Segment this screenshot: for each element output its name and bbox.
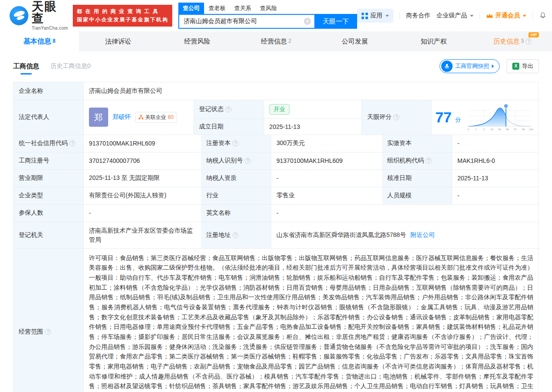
chevron-down-icon (523, 15, 526, 17)
industry-value: 零售业 (271, 187, 382, 204)
tab-history-info[interactable]: VIP 历史信息3 (473, 31, 552, 51)
legal-rep-link[interactable]: 郑硕怀 (112, 113, 131, 121)
nav-divider (480, 12, 480, 19)
tianyan-score-cell: 77 分 (431, 100, 538, 135)
establish-date-label: 成立日期 (194, 119, 264, 135)
search-tab-boss[interactable]: 查老板 (204, 3, 230, 14)
taxpayer-id-label: 纳税人识别号 (201, 152, 271, 169)
registered-address-label: 注册地址 (201, 222, 271, 248)
tab-operating-risk[interactable]: 经营风险 (158, 31, 237, 51)
legal-rep-cell: 郑 郑硕怀 关联企业 60 (83, 100, 194, 135)
english-name-label: 英文名称 (201, 205, 271, 222)
header-nav: 应用 商务合作 企业级产品 开通会员 超级风... (357, 9, 552, 23)
business-term-value: 2025-11-13 至 无固定期限 (83, 170, 201, 187)
export-button[interactable]: X 导出 (507, 59, 539, 73)
nav-open-vip[interactable]: 开通会员 (486, 12, 526, 20)
nav-apps[interactable]: 应用 (357, 9, 393, 23)
help-icon[interactable] (232, 140, 239, 146)
company-info-table: 企业名称 济南山姆会员超市有限公司 法定代表人 郑 郑硕怀 关联企业 60 登记… (13, 82, 539, 392)
taxpayer-qual-value: - (271, 170, 382, 187)
avatar[interactable]: 郑 (89, 108, 108, 127)
crown-icon (486, 13, 493, 19)
help-icon[interactable] (225, 106, 232, 112)
subtab-bar: 工商信息 历史工商信息0 工商官网快照 X 导出 (0, 51, 552, 79)
taxpayer-qual-label: 纳税人资质 (201, 170, 271, 187)
tab-intellectual-property[interactable]: 知识产权 (394, 31, 473, 51)
search-input[interactable] (184, 18, 304, 25)
svg-text:15: 15 (491, 128, 494, 131)
business-scope-label: 经营范围 (14, 249, 83, 392)
score-distribution-chart: 0 1 3 15 50 85 97 99 100 (464, 103, 535, 132)
help-icon[interactable] (45, 329, 51, 335)
search-area: 查公司 查老板 查关系 查风险 ✕ 天眼一下 (178, 3, 357, 29)
reg-status-label: 登记状态 (194, 100, 264, 118)
industry-label: 行业 (201, 187, 271, 204)
help-icon[interactable] (525, 38, 532, 44)
status-badge: 开业 (269, 104, 290, 115)
table-row: 经营范围 许可项目：食品销售；第三类医疗器械经营；食品互联网销售；出版物零售；出… (14, 248, 538, 392)
help-icon[interactable] (69, 140, 75, 146)
score-value: 77 (435, 110, 452, 125)
official-snapshot-button[interactable]: 工商官网快照 (440, 59, 500, 73)
notifications-bell[interactable] (539, 12, 547, 20)
reg-no-label: 工商注册号 (14, 152, 83, 169)
help-icon[interactable] (232, 232, 239, 238)
company-type-label: 企业类型 (14, 187, 83, 204)
subtab-business-registration[interactable]: 工商信息 (13, 62, 39, 71)
nav-enterprise[interactable]: 企业级产品 (436, 12, 474, 20)
reg-capital-value: 300万美元 (271, 135, 382, 152)
org-code-label: 组织机构代码 (382, 152, 452, 169)
approval-date-label: 核准日期 (382, 170, 452, 187)
search-tab-relation[interactable]: 查关系 (230, 3, 256, 14)
slogan-line2: 国家中小企业发展子基金旗下机构 (77, 16, 168, 24)
registration-authority-value: 济南高新技术产业开发区管委会市场监管局 (83, 222, 201, 248)
company-name-label: 企业名称 (14, 82, 83, 100)
chevron-down-icon (385, 15, 389, 17)
uscc-value: 91370100MAK1RHL609 (83, 135, 201, 152)
tab-basic-info[interactable]: 基本信息8 (0, 31, 79, 51)
insured-count-label: 参保人数 (14, 205, 83, 222)
reg-capital-label: 注册资本 (201, 135, 271, 152)
arrow-right-icon (492, 64, 494, 68)
apps-grid-icon (361, 13, 368, 19)
svg-text:50: 50 (498, 128, 501, 131)
nearby-companies-link[interactable]: 附近公司 (410, 231, 435, 239)
paid-capital-value: - (452, 135, 538, 152)
staff-size-label: 人员规模 (382, 187, 452, 204)
svg-text:85: 85 (506, 128, 509, 131)
table-row: 工商注册号 370127400007706 纳税人识别号 91370100MAK… (14, 152, 538, 169)
company-name-value: 济南山姆会员超市有限公司 (83, 82, 538, 100)
registration-authority-label: 登记机关 (14, 222, 83, 248)
business-scope-value: 许可项目：食品销售；第三类医疗器械经营；食品互联网销售；出版物零售；出版物互联网… (83, 249, 538, 392)
help-icon[interactable] (393, 114, 399, 120)
top-header: 天眼查 TianYanCha.com 都 在 用 的 商 业 查 询 工 具 国… (0, 0, 552, 31)
subtab-history-registration[interactable]: 历史工商信息0 (51, 62, 91, 70)
table-row: 统一社会信用代码 91370100MAK1RHL609 注册资本 300万美元 … (14, 135, 538, 152)
tianyancha-logo[interactable]: 天眼查 TianYanCha.com (10, 1, 68, 30)
eye-logo-icon (10, 6, 28, 25)
tab-legal-proceedings[interactable]: 法律诉讼 (79, 31, 158, 51)
establish-date-value: 2025-11-13 (264, 119, 362, 135)
uscc-label: 统一社会信用代码 (14, 135, 83, 152)
reg-status-value: 开业 (264, 100, 362, 118)
paid-capital-label: 实缴资本 (382, 135, 452, 152)
search-tab-risk[interactable]: 查风险 (256, 3, 281, 14)
svg-text:100: 100 (529, 128, 534, 131)
help-icon[interactable] (426, 158, 432, 164)
insured-count-value: - (83, 205, 201, 222)
business-term-label: 营业期限 (14, 170, 83, 187)
svg-text:99: 99 (522, 128, 525, 131)
registered-address-value: 山东省济南市高新区舜华路街道凤凰北路5788号 附近公司 (271, 222, 538, 248)
tab-company-development[interactable]: 公司发展 (315, 31, 394, 51)
slogan-line1: 都 在 用 的 商 业 查 询 工 具 (77, 7, 168, 16)
table-row: 法定代表人 郑 郑硕怀 关联企业 60 登记状态 开业 成立日期 2025-11… (14, 100, 538, 135)
search-button[interactable]: 天眼一下 (314, 14, 357, 29)
search-tab-company[interactable]: 查公司 (178, 3, 204, 14)
staff-size-value: - (452, 187, 538, 204)
tab-business-info[interactable]: 经营信息2 (237, 31, 316, 51)
clear-search-icon[interactable]: ✕ (304, 18, 311, 25)
nav-cooperation[interactable]: 商务合作 (406, 12, 430, 20)
help-icon[interactable] (245, 158, 251, 164)
related-companies-tag[interactable]: 关联企业 60 (135, 112, 177, 123)
score-unit: 分 (455, 116, 461, 124)
